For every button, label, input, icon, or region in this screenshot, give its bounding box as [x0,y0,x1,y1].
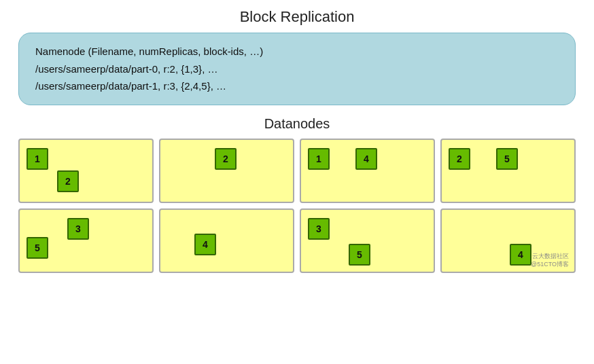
datanode-cell-dn6: 4 [159,208,294,273]
watermark: 云大数据社区@51CTO博客 [531,253,569,268]
block-badge-1: 1 [308,148,330,170]
datanode-cell-dn2: 2 [159,139,294,203]
namenode-line1: Namenode (Filename, numReplicas, block-i… [35,43,559,60]
namenode-line3: /users/sameerp/data/part-1, r:3, {2,4,5}… [35,77,559,95]
block-badge-1: 1 [27,148,48,170]
block-badge-4: 4 [510,244,531,266]
block-badge-5: 5 [27,237,48,259]
block-badge-2: 2 [57,170,79,192]
block-badge-2: 2 [449,148,470,170]
page-title: Block Replication [240,8,355,26]
datanode-grid: 1221425534354云大数据社区@51CTO博客 [18,139,576,273]
datanode-cell-dn8: 4云大数据社区@51CTO博客 [440,208,576,273]
datanode-cell-dn3: 14 [300,139,435,203]
datanode-cell-dn1: 12 [18,139,154,203]
namenode-line2: /users/sameerp/data/part-0, r:2, {1,3}, … [35,60,559,78]
datanode-cell-dn5: 53 [18,208,154,273]
datanode-cell-dn7: 35 [300,208,435,273]
namenode-box: Namenode (Filename, numReplicas, block-i… [18,33,576,105]
datanode-cell-dn4: 25 [440,139,576,203]
block-badge-3: 3 [67,218,89,240]
block-badge-4: 4 [194,234,216,255]
block-badge-5: 5 [349,244,370,266]
block-badge-2: 2 [215,148,237,170]
datanodes-label: Datanodes [264,116,330,132]
block-badge-4: 4 [355,148,377,170]
block-badge-3: 3 [308,218,330,240]
page-container: Block Replication Namenode (Filename, nu… [0,0,594,364]
block-badge-5: 5 [496,148,518,170]
